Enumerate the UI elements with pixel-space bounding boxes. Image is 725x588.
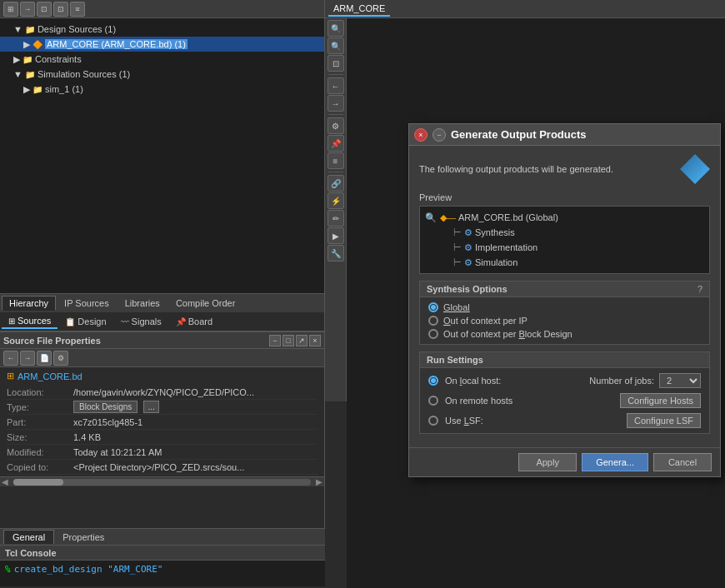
apply-btn[interactable]: Apply bbox=[518, 453, 577, 471]
jobs-select[interactable]: 2 1 3 4 6 8 bbox=[659, 373, 701, 388]
vtool-zoom-in[interactable]: 🔍 bbox=[328, 20, 344, 37]
radio-lsf-label: Use LSF: bbox=[445, 416, 483, 426]
vtool-menu[interactable]: ≡ bbox=[328, 152, 344, 169]
toolbar-btn-4[interactable]: ⊡ bbox=[53, 2, 68, 17]
vtool-wrench[interactable]: 🔧 bbox=[328, 245, 344, 262]
tab-ip-sources[interactable]: IP Sources bbox=[57, 296, 117, 311]
panel-restore-btn[interactable]: □ bbox=[282, 335, 294, 346]
tree-label-constraints: Constraints bbox=[35, 54, 82, 64]
vivado-logo bbox=[680, 154, 710, 184]
scroll-right-arrow[interactable]: ▶ bbox=[314, 477, 324, 486]
radio-ooc-bd-circle[interactable] bbox=[428, 329, 438, 339]
radio-remote-circle[interactable] bbox=[428, 396, 438, 406]
radio-global-circle[interactable] bbox=[428, 302, 438, 312]
left-toolbar: ⊞ → ⊡ ⊡ ≡ bbox=[0, 0, 324, 18]
vtool-pin[interactable]: 📌 bbox=[328, 135, 344, 152]
subtab-signals[interactable]: 〰 Signals bbox=[114, 315, 168, 328]
props-gear-btn[interactable]: ⚙ bbox=[53, 351, 68, 366]
left-panel: ⊞ → ⊡ ⊡ ≡ ▼ 📁 Design Sources (1) ▶ 🔶 ARM… bbox=[0, 0, 325, 588]
impl-icon: ⊢ bbox=[453, 242, 462, 253]
tree-item-arm-core[interactable]: ▶ 🔶 ARM_CORE (ARM_CORE.bd) (1) bbox=[0, 37, 324, 52]
vtool-zoom-out[interactable]: 🔍 bbox=[328, 37, 344, 54]
vtool-fit[interactable]: ⊡ bbox=[328, 55, 344, 72]
toolbar-btn-5[interactable]: ≡ bbox=[70, 2, 85, 17]
options-header: Synthesis Options ? bbox=[420, 282, 709, 297]
scroll-left-arrow[interactable]: ◀ bbox=[0, 477, 10, 486]
tab-libraries[interactable]: Libraries bbox=[118, 296, 168, 311]
panel-title: Source File Properties bbox=[3, 336, 101, 346]
generate-btn[interactable]: Genera... bbox=[582, 453, 648, 471]
folder-icon: 📁 bbox=[25, 25, 35, 34]
subtab-board[interactable]: 📌 Board bbox=[169, 315, 219, 328]
hscrollbar[interactable]: ◀ ▶ bbox=[0, 476, 324, 486]
dialog-title: Generate Output Products bbox=[451, 128, 715, 141]
sim-icon: ⊢ bbox=[453, 257, 462, 268]
type-btn[interactable]: Block Designs bbox=[73, 401, 138, 413]
vtool-forward[interactable]: → bbox=[328, 95, 344, 112]
vtool-link[interactable]: 🔗 bbox=[328, 175, 344, 192]
right-tab-arm-core[interactable]: ARM_CORE bbox=[328, 2, 390, 17]
props-toolbar: ← → 📄 ⚙ bbox=[0, 349, 324, 367]
props-file-btn[interactable]: 📄 bbox=[37, 351, 52, 366]
panel-minimize-btn[interactable]: − bbox=[269, 335, 281, 346]
run-settings-section: Run Settings On local host: Number of jo… bbox=[419, 351, 710, 434]
tree-label-sim-sources: Simulation Sources (1) bbox=[38, 69, 130, 79]
prop-label-copied: Copied to: bbox=[7, 462, 73, 472]
subtab-sources[interactable]: ⊞ Sources bbox=[2, 314, 58, 329]
signals-icon: 〰 bbox=[121, 317, 129, 326]
tree-item-sim1[interactable]: ▶ 📁 sim_1 (1) bbox=[0, 82, 324, 97]
design-icon: 📋 bbox=[65, 317, 75, 326]
options-body: Global OOut of context per IPut of conte… bbox=[420, 297, 709, 344]
radio-ooc-bd[interactable]: Out of context per Block Design bbox=[428, 329, 701, 339]
tab-compile-order[interactable]: Compile Order bbox=[168, 296, 243, 311]
options-help-btn[interactable]: ? bbox=[698, 284, 702, 294]
type-ellipsis-btn[interactable]: ... bbox=[143, 401, 158, 413]
radio-global[interactable]: Global bbox=[428, 302, 701, 312]
radio-ooc-ip[interactable]: OOut of context per IPut of context per … bbox=[428, 316, 701, 326]
radio-local-circle[interactable] bbox=[428, 376, 438, 386]
prop-value-copied: <Project Directory>/PICO_ZED.srcs/sou... bbox=[73, 462, 318, 472]
vtool-sep-2 bbox=[328, 114, 343, 115]
configure-hosts-btn[interactable]: Configure Hosts bbox=[620, 393, 701, 408]
tabs-row1: Hierarchy IP Sources Libraries Compile O… bbox=[0, 294, 324, 312]
jobs-label: Number of jobs: bbox=[589, 376, 654, 386]
bottom-tab-properties[interactable]: Properties bbox=[54, 531, 112, 544]
panel-close-btn[interactable]: × bbox=[309, 335, 321, 346]
toolbar-btn-3[interactable]: ⊡ bbox=[37, 2, 52, 17]
toolbar-btn-1[interactable]: ⊞ bbox=[3, 2, 18, 17]
hscroll-track[interactable] bbox=[13, 479, 311, 486]
bottom-tab-general[interactable]: General bbox=[3, 530, 54, 544]
prop-row-modified: Modified: Today at 10:21:21 AM bbox=[7, 445, 318, 460]
cancel-btn[interactable]: Cancel bbox=[653, 453, 712, 471]
configure-lsf-btn[interactable]: Configure LSF bbox=[627, 413, 701, 428]
vtool-run[interactable]: ▶ bbox=[328, 227, 344, 244]
configure-lsf-area: Configure LSF bbox=[627, 413, 701, 428]
run-settings-title: Run Settings bbox=[427, 355, 483, 365]
tree-item-sim-sources[interactable]: ▼ 📁 Simulation Sources (1) bbox=[0, 67, 324, 82]
synth-gear-icon: ⚙ bbox=[464, 227, 472, 238]
props-back-btn[interactable]: ← bbox=[3, 351, 18, 366]
radio-ooc-ip-circle[interactable] bbox=[428, 316, 438, 326]
dialog-min-btn[interactable]: − bbox=[432, 128, 446, 142]
radio-lsf-circle[interactable] bbox=[428, 416, 438, 426]
vtool-back[interactable]: ← bbox=[328, 77, 344, 94]
prop-value-location: /home/gavin/work/ZYNQ/PICO_ZED/PICO... bbox=[73, 387, 318, 397]
prop-value-part: xc7z015clg485-1 bbox=[73, 417, 318, 427]
panel-expand-btn[interactable]: ↗ bbox=[296, 335, 308, 346]
hscroll-thumb[interactable] bbox=[13, 479, 63, 486]
vtool-settings[interactable]: ⚙ bbox=[328, 117, 344, 134]
vtool-power[interactable]: ⚡ bbox=[328, 192, 344, 209]
impl-gear-icon: ⚙ bbox=[464, 242, 472, 253]
tree-item-constraints[interactable]: ▶ 📁 Constraints bbox=[0, 52, 324, 67]
prop-label-modified: Modified: bbox=[7, 447, 73, 457]
tree-item-design-sources[interactable]: ▼ 📁 Design Sources (1) bbox=[0, 22, 324, 37]
vtool-edit[interactable]: ✏ bbox=[328, 210, 344, 227]
dialog-close-btn[interactable]: × bbox=[414, 128, 428, 142]
right-vtoolbar: 🔍 🔍 ⊡ ← → ⚙ 📌 ≡ 🔗 ⚡ ✏ ▶ 🔧 bbox=[325, 18, 347, 401]
preview-item-arm-core: 🔍 ◆— ARM_CORE.bd (Global) bbox=[423, 210, 706, 225]
props-forward-btn[interactable]: → bbox=[20, 351, 35, 366]
toolbar-btn-2[interactable]: → bbox=[20, 2, 35, 17]
subtab-design[interactable]: 📋 Design bbox=[58, 315, 112, 328]
tab-hierarchy[interactable]: Hierarchy bbox=[2, 296, 56, 311]
prop-label-location: Location: bbox=[7, 387, 73, 397]
